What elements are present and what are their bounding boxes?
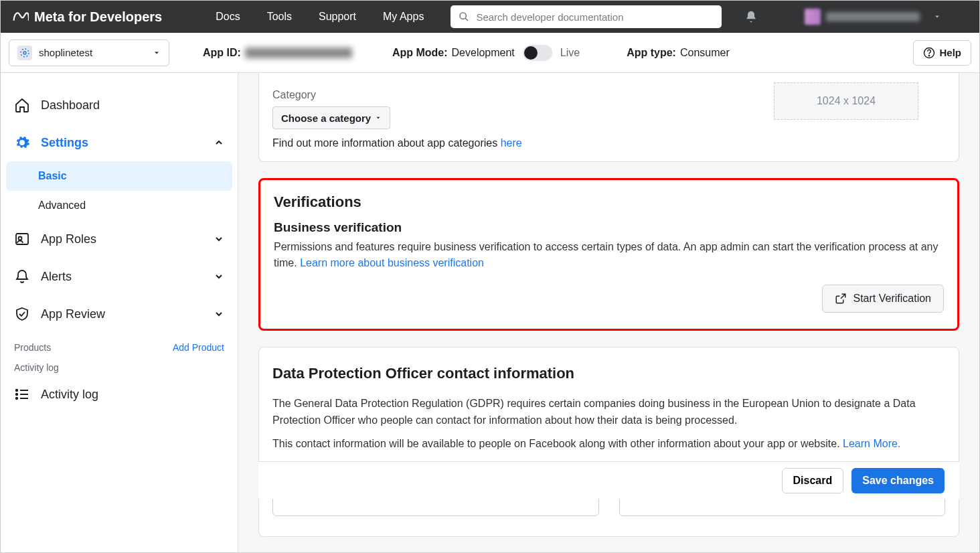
chevron-down-icon <box>214 234 224 244</box>
sidebar-products-header: Products Add Product <box>1 333 238 357</box>
app-mode: App Mode: Development Live <box>392 45 580 61</box>
app-mode-value: Development <box>452 47 515 59</box>
svg-point-5 <box>929 55 930 56</box>
sidebar-item-dashboard[interactable]: Dashboard <box>1 86 238 124</box>
app-mode-toggle[interactable] <box>523 45 552 61</box>
add-product-link[interactable]: Add Product <box>173 342 224 353</box>
export-icon <box>835 293 847 305</box>
help-button[interactable]: Help <box>913 40 971 66</box>
business-verification-desc: Permissions and features require busines… <box>260 239 957 271</box>
dpo-title: Data Protection Officer contact informat… <box>259 350 959 389</box>
search-input[interactable]: Search developer documentation <box>451 5 722 28</box>
footer-actions: Discard Save changes <box>258 461 959 499</box>
app-selector[interactable]: shoplinetest <box>9 40 169 66</box>
chevron-down-icon <box>153 49 161 57</box>
sidebar-activity-small: Activity log <box>1 357 238 378</box>
app-icon <box>17 46 32 60</box>
app-name: shoplinetest <box>39 47 146 58</box>
user-name-redacted <box>826 12 920 21</box>
sidebar-item-activity-log[interactable]: Activity log <box>1 378 238 410</box>
search-placeholder: Search developer documentation <box>476 11 623 23</box>
dpo-card: Data Protection Officer contact informat… <box>258 347 959 537</box>
app-icon-placeholder[interactable]: 1024 x 1024 <box>774 82 918 120</box>
category-info-text: Find out more information about app cate… <box>272 137 501 149</box>
sidebar-item-label: Alerts <box>41 270 203 284</box>
notifications-icon[interactable] <box>744 10 758 23</box>
search-icon <box>459 11 469 22</box>
category-info: Find out more information about app cate… <box>272 137 774 149</box>
svg-point-10 <box>16 398 17 399</box>
sidebar-item-label: Settings <box>41 136 203 150</box>
user-menu-chevron-icon[interactable] <box>933 13 941 21</box>
nav-docs[interactable]: Docs <box>216 11 240 23</box>
sidebar: Dashboard Settings Basic Advanced App Ro… <box>1 73 238 552</box>
list-icon <box>14 386 30 402</box>
brand-text: Meta for Developers <box>34 9 162 25</box>
choose-category-button[interactable]: Choose a category <box>272 106 390 129</box>
nav-myapps[interactable]: My Apps <box>383 11 424 23</box>
nav-links: Docs Tools Support My Apps <box>216 11 424 23</box>
svg-point-8 <box>16 390 17 391</box>
category-info-link[interactable]: here <box>501 137 522 149</box>
app-type: App type: Consumer <box>627 47 730 59</box>
sidebar-item-label: App Review <box>41 307 203 321</box>
app-type-value: Consumer <box>680 47 730 59</box>
help-icon <box>923 47 935 59</box>
sidebar-item-label: Activity log <box>41 388 224 402</box>
start-verification-button[interactable]: Start Verification <box>822 285 945 313</box>
nav-tools[interactable]: Tools <box>267 11 292 23</box>
sidebar-item-app-roles[interactable]: App Roles <box>1 220 238 258</box>
save-changes-button[interactable]: Save changes <box>851 468 945 493</box>
discard-button[interactable]: Discard <box>782 468 844 493</box>
sidebar-item-label: Dashboard <box>41 98 224 112</box>
sidebar-item-alerts[interactable]: Alerts <box>1 258 238 295</box>
main-content: Category Choose a category Find out more… <box>238 73 979 552</box>
shield-icon <box>14 306 30 322</box>
start-verification-label: Start Verification <box>853 293 932 305</box>
products-label: Products <box>14 342 51 353</box>
nav-support[interactable]: Support <box>319 11 356 23</box>
verification-learn-more-link[interactable]: Learn more about business verification <box>300 257 484 268</box>
category-card: Category Choose a category Find out more… <box>258 73 959 162</box>
app-id-label: App ID: <box>203 47 241 59</box>
placeholder-text: 1024 x 1024 <box>817 95 876 107</box>
sidebar-sub-basic[interactable]: Basic <box>6 161 232 191</box>
gear-icon <box>14 135 30 151</box>
live-label: Live <box>560 47 580 59</box>
verifications-title: Verifications <box>260 193 957 211</box>
dpo-para2-text: This contact information will be availab… <box>272 438 843 449</box>
svg-line-1 <box>465 18 468 21</box>
app-mode-label: App Mode: <box>392 47 448 59</box>
bell-icon <box>14 268 30 285</box>
svg-point-9 <box>16 394 17 395</box>
business-verification-title: Business verification <box>260 211 957 239</box>
sidebar-sub-label: Advanced <box>38 200 86 212</box>
svg-point-3 <box>21 49 29 57</box>
chevron-down-icon <box>214 309 224 319</box>
chevron-down-icon <box>214 271 224 282</box>
dpo-para1: The General Data Protection Regulation (… <box>259 389 959 429</box>
app-id: App ID: <box>203 47 352 59</box>
dpo-learn-more-link[interactable]: Learn More. <box>843 438 900 449</box>
app-subheader: shoplinetest App ID: App Mode: Developme… <box>1 33 979 73</box>
chevron-down-icon <box>375 114 382 121</box>
chevron-up-icon <box>214 137 224 148</box>
meta-icon <box>11 8 29 25</box>
app-type-label: App type: <box>627 47 676 59</box>
help-label: Help <box>939 47 961 58</box>
roles-icon <box>14 231 30 247</box>
sidebar-item-app-review[interactable]: App Review <box>1 295 238 333</box>
sidebar-sub-advanced[interactable]: Advanced <box>1 191 238 220</box>
dpo-para2: This contact information will be availab… <box>259 429 959 453</box>
svg-point-7 <box>19 237 22 240</box>
brand[interactable]: Meta for Developers <box>11 8 162 25</box>
sidebar-item-settings[interactable]: Settings <box>1 124 238 161</box>
svg-point-2 <box>23 52 26 54</box>
top-nav: Meta for Developers Docs Tools Support M… <box>1 1 979 33</box>
choose-category-label: Choose a category <box>281 112 371 124</box>
app-id-value-redacted <box>245 48 352 58</box>
user-avatar[interactable] <box>805 9 821 25</box>
sidebar-item-label: App Roles <box>41 232 203 246</box>
home-icon <box>14 97 30 113</box>
svg-point-0 <box>460 13 466 19</box>
